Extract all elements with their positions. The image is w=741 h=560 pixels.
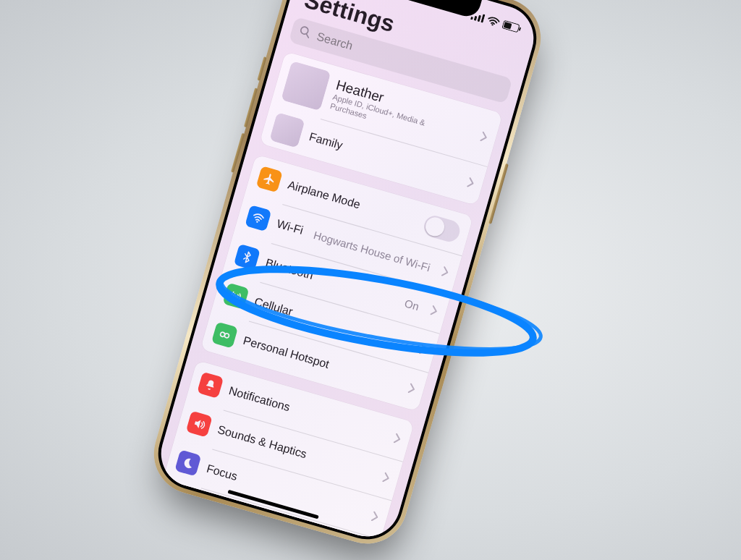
notifications-label: Notifications (227, 384, 292, 414)
search-icon (297, 24, 312, 41)
screen-time-label: Screen Time (194, 501, 260, 532)
chevron-right-icon (382, 472, 391, 483)
chevron-right-icon (407, 383, 416, 394)
battery-icon (501, 20, 522, 34)
svg-line-9 (305, 34, 309, 38)
svg-point-11 (234, 295, 237, 297)
svg-point-13 (224, 333, 229, 338)
phone-frame: 4:25 (144, 0, 550, 553)
airplane-icon (256, 166, 283, 192)
chevron-right-icon (371, 511, 380, 522)
screen-time-icon (164, 488, 190, 515)
chevron-right-icon (393, 433, 402, 445)
wifi-settings-icon (245, 205, 271, 232)
chevron-right-icon (480, 131, 488, 143)
avatar (281, 61, 331, 111)
notifications-icon (197, 372, 224, 399)
svg-rect-1 (474, 16, 478, 21)
family-avatar (269, 112, 305, 148)
bluetooth-icon (234, 244, 261, 271)
svg-rect-0 (470, 17, 473, 20)
family-label: Family (308, 130, 344, 152)
svg-rect-3 (480, 14, 485, 22)
bluetooth-label: Bluetooth (264, 256, 315, 282)
hotspot-icon (211, 321, 238, 348)
cellular-label: Cellular (253, 295, 294, 318)
photo-scene: 4:25 (0, 0, 741, 560)
screen: 4:25 (153, 0, 541, 544)
focus-label: Focus (205, 462, 239, 483)
chevron-right-icon (419, 344, 428, 356)
chevron-right-icon (467, 177, 475, 189)
wifi-icon (486, 16, 501, 27)
cellular-icon (222, 283, 249, 310)
svg-rect-2 (478, 15, 481, 22)
sounds-icon (186, 411, 213, 438)
chevron-right-icon (430, 305, 439, 317)
airplane-label: Airplane Mode (287, 179, 362, 212)
focus-icon (174, 449, 201, 476)
svg-point-4 (491, 24, 494, 26)
chevron-right-icon (441, 266, 450, 278)
airplane-toggle[interactable] (421, 213, 462, 245)
bluetooth-detail: On (403, 297, 422, 313)
svg-point-8 (300, 26, 309, 35)
svg-point-10 (256, 221, 258, 223)
svg-rect-6 (504, 22, 512, 29)
wifi-label: Wi-Fi (275, 217, 305, 237)
